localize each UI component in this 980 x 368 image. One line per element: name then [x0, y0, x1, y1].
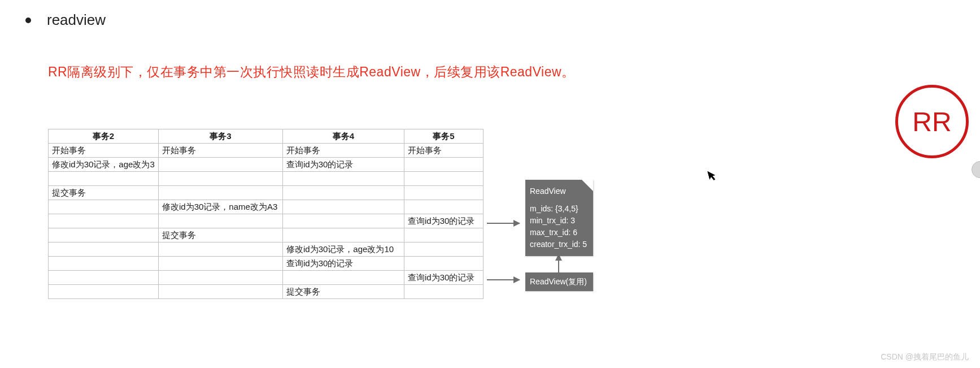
arrow-up-icon: [558, 254, 559, 272]
table-row: 修改id为30记录，age改为3查询id为30的记录: [49, 158, 484, 172]
table-row: 修改id为30记录，name改为A3: [49, 200, 484, 214]
table-cell: [49, 285, 159, 299]
table-cell: 修改id为30记录，name改为A3: [159, 200, 283, 214]
heading-row: readview: [25, 11, 106, 29]
col-header: 事务3: [159, 129, 283, 144]
table-cell: [49, 228, 159, 243]
table-row: 提交事务: [49, 186, 484, 200]
arrow-right-icon: [487, 279, 520, 280]
table-cell: [404, 186, 484, 200]
table-cell: [159, 257, 283, 271]
table-cell: [283, 200, 404, 214]
table-cell: [404, 228, 484, 243]
table-cell: [283, 228, 404, 243]
table-cell: 开始事务: [404, 144, 484, 158]
page-heading: readview: [47, 11, 106, 29]
table-cell: [159, 172, 283, 186]
table-cell: 修改id为30记录，age改为3: [49, 158, 159, 172]
table-cell: [404, 200, 484, 214]
side-handle-icon: [972, 161, 980, 178]
bullet-icon: [25, 18, 31, 23]
table-cell: [283, 214, 404, 228]
table-cell: 开始事务: [49, 144, 159, 158]
table-cell: [49, 271, 159, 285]
table-row: 提交事务: [49, 285, 484, 299]
transaction-table: 事务2 事务3 事务4 事务5 开始事务开始事务开始事务开始事务修改id为30记…: [48, 129, 484, 299]
table-row: 查询id为30的记录: [49, 257, 484, 271]
arrow-right-icon: [487, 223, 520, 224]
table-row: 开始事务开始事务开始事务开始事务: [49, 144, 484, 158]
table-cell: 查询id为30的记录: [283, 158, 404, 172]
col-header: 事务2: [49, 129, 159, 144]
readview-title: ReadView: [530, 185, 589, 197]
table-row: 修改id为30记录，age改为10: [49, 243, 484, 257]
table-cell: [283, 271, 404, 285]
rr-badge: RR: [895, 85, 969, 158]
table-row: 查询id为30的记录: [49, 271, 484, 285]
table-cell: 提交事务: [159, 228, 283, 243]
table-cell: [283, 186, 404, 200]
readview-line: min_trx_id: 3: [530, 215, 589, 227]
table-cell: [159, 214, 283, 228]
table-cell: [159, 158, 283, 172]
readview-line: creator_trx_id: 5: [530, 239, 589, 250]
table-cell: [49, 172, 159, 186]
table-cell: 提交事务: [49, 186, 159, 200]
readview-line: m_ids: {3,4,5}: [530, 203, 589, 215]
table-cell: [49, 214, 159, 228]
table-cell: 提交事务: [283, 285, 404, 299]
table-cell: 查询id为30的记录: [283, 257, 404, 271]
table-cell: 修改id为30记录，age改为10: [283, 243, 404, 257]
table-cell: [404, 285, 484, 299]
col-header: 事务5: [404, 129, 484, 144]
table-cell: [49, 257, 159, 271]
table-cell: 查询id为30的记录: [404, 214, 484, 228]
readview-reuse-panel: ReadView(复用): [525, 272, 593, 291]
table-cell: 查询id为30的记录: [404, 271, 484, 285]
table-cell: [49, 200, 159, 214]
table-cell: [49, 243, 159, 257]
table-row: 查询id为30的记录: [49, 214, 484, 228]
description-text: RR隔离级别下，仅在事务中第一次执行快照读时生成ReadView，后续复用该Re…: [48, 63, 575, 81]
cursor-icon: [707, 168, 720, 184]
table-cell: 开始事务: [159, 144, 283, 158]
table-cell: [159, 243, 283, 257]
table-cell: [404, 158, 484, 172]
table-cell: [283, 172, 404, 186]
table-cell: [159, 271, 283, 285]
table-row: 提交事务: [49, 228, 484, 243]
table-header-row: 事务2 事务3 事务4 事务5: [49, 129, 484, 144]
rr-badge-text: RR: [912, 106, 951, 137]
readview-panel: ReadView m_ids: {3,4,5} min_trx_id: 3 ma…: [525, 180, 593, 256]
table-cell: 开始事务: [283, 144, 404, 158]
watermark: CSDN @拽着尾巴的鱼儿: [881, 352, 969, 362]
table-cell: [404, 257, 484, 271]
readview-line: max_trx_id: 6: [530, 227, 589, 239]
col-header: 事务4: [283, 129, 404, 144]
readview-reuse-title: ReadView(复用): [530, 276, 589, 288]
table-row: [49, 172, 484, 186]
table-cell: [404, 243, 484, 257]
table-cell: [404, 172, 484, 186]
table-cell: [159, 285, 283, 299]
table-cell: [159, 186, 283, 200]
